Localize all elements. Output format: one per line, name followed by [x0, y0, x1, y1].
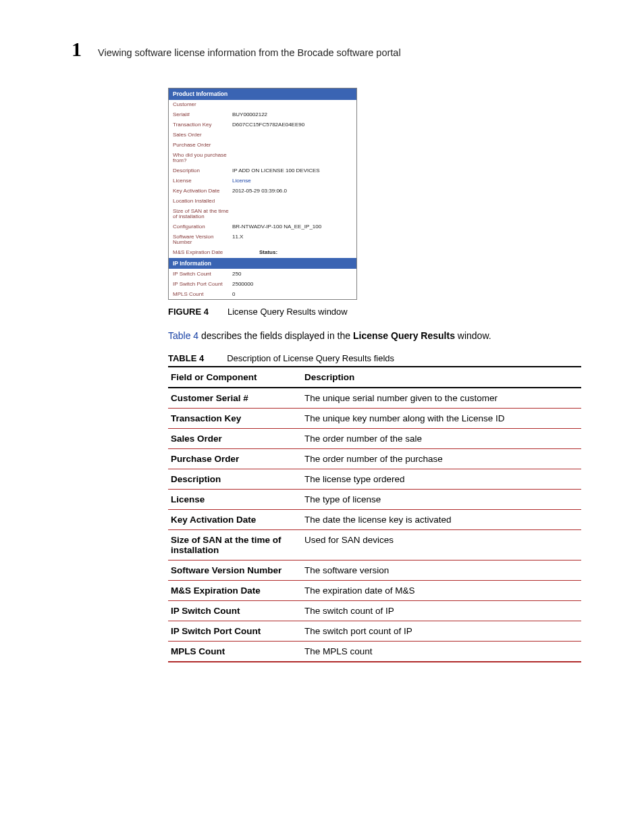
desc-cell: The type of license	[302, 490, 581, 510]
table-row: M&S Expiration DateThe expiration date o…	[168, 581, 581, 601]
pi-label: Serial#	[173, 112, 232, 118]
intro-bold: License Query Results	[353, 330, 455, 341]
page-header: 1 Viewing software license information f…	[72, 39, 583, 59]
desc-cell: The expiration date of M&S	[302, 581, 581, 601]
pi-value: D607CC15FC5782AE04EE90	[232, 122, 352, 128]
status-label: Status:	[259, 250, 277, 255]
pi-label: Configuration	[173, 224, 232, 230]
pi-label: MPLS Count	[173, 292, 232, 297]
desc-cell: The unique key number along with the Lic…	[302, 409, 581, 429]
table-row: IP Switch CountThe switch count of IP	[168, 601, 581, 621]
license-query-window: Product Information Customer Serial#BUY0…	[168, 88, 357, 300]
pi-label: Who did you purchase from?	[173, 153, 232, 163]
pi-label: Transaction Key	[173, 122, 232, 128]
intro-text: describes the fields displayed in the	[198, 330, 353, 341]
table-4: TABLE 4Description of License Query Resu…	[168, 353, 581, 662]
pi-label: IP Switch Count	[173, 271, 232, 277]
intro-paragraph: Table 4 describes the fields displayed i…	[168, 330, 583, 341]
desc-cell: The switch count of IP	[302, 601, 581, 621]
desc-cell: The MPLS count	[302, 642, 581, 662]
pi-value: 250	[232, 271, 352, 277]
desc-cell: The order number of the purchase	[302, 449, 581, 469]
table-row: Software Version NumberThe software vers…	[168, 561, 581, 581]
desc-cell: The license type ordered	[302, 469, 581, 490]
field-cell: License	[168, 490, 302, 510]
pi-value	[232, 132, 352, 138]
table-4-link[interactable]: Table 4	[168, 330, 198, 341]
pi-value: 0	[232, 292, 352, 297]
table-row: MPLS CountThe MPLS count	[168, 642, 581, 662]
pi-label: Key Activation Date	[173, 188, 232, 194]
pi-value	[232, 102, 352, 107]
product-info-header: Product Information	[169, 88, 356, 100]
table-caption-text: Description of License Query Results fie…	[227, 353, 394, 363]
pi-value	[232, 142, 352, 148]
col-field: Field or Component	[168, 367, 302, 388]
pi-label: Purchase Order	[173, 142, 232, 148]
table-row: Transaction KeyThe unique key number alo…	[168, 409, 581, 429]
pi-value: BUY00002122	[232, 112, 352, 118]
desc-cell: The software version	[302, 561, 581, 581]
desc-cell: The switch port count of IP	[302, 621, 581, 642]
field-cell: Transaction Key	[168, 409, 302, 429]
figure-label: FIGURE 4	[168, 307, 209, 317]
chapter-title: Viewing software license information fro…	[98, 47, 401, 58]
table-row: DescriptionThe license type ordered	[168, 469, 581, 490]
field-cell: Key Activation Date	[168, 510, 302, 530]
figure-caption-text: License Query Results window	[227, 307, 348, 317]
pi-value: 2012-05-29 03:39:06.0	[232, 188, 352, 194]
table-row: Sales OrderThe order number of the sale	[168, 429, 581, 449]
pi-label: Location Installed	[173, 199, 232, 204]
pi-value: IP ADD ON LICENSE 100 DEVICES	[232, 168, 352, 174]
field-cell: Description	[168, 469, 302, 490]
figure-caption: FIGURE 4License Query Results window	[168, 307, 357, 317]
desc-cell: Used for SAN devices	[302, 530, 581, 561]
desc-cell: The unique serial number given to the cu…	[302, 388, 581, 409]
table-caption: TABLE 4Description of License Query Resu…	[168, 353, 581, 363]
pi-value: 2500000	[232, 282, 352, 287]
col-description: Description	[302, 367, 581, 388]
field-cell: MPLS Count	[168, 642, 302, 662]
pi-label: M&S Expiration Date	[173, 250, 259, 255]
field-cell: Customer Serial #	[168, 388, 302, 409]
field-cell: M&S Expiration Date	[168, 581, 302, 601]
pi-value	[232, 209, 352, 219]
figure-4: Product Information Customer Serial#BUY0…	[168, 88, 357, 317]
pi-label: Sales Order	[173, 132, 232, 138]
pi-value	[232, 153, 352, 163]
pi-value: BR-NTWADV-IP-100 NA_EE_IP_100	[232, 224, 352, 230]
field-cell: IP Switch Port Count	[168, 621, 302, 642]
license-link[interactable]: License	[232, 178, 352, 184]
pi-label: License	[173, 178, 232, 184]
ip-info-header: IP Information	[169, 258, 356, 269]
description-table: Field or Component Description Customer …	[168, 366, 581, 662]
pi-label: Customer	[173, 102, 232, 107]
pi-label: Size of SAN at the time of installation	[173, 209, 232, 219]
pi-value	[232, 199, 352, 204]
desc-cell: The order number of the sale	[302, 429, 581, 449]
table-label: TABLE 4	[168, 353, 204, 363]
table-row: Size of SAN at the time of installationU…	[168, 530, 581, 561]
field-cell: Sales Order	[168, 429, 302, 449]
table-row: Key Activation DateThe date the license …	[168, 510, 581, 530]
intro-end: window.	[455, 330, 491, 341]
table-row: LicenseThe type of license	[168, 490, 581, 510]
chapter-number: 1	[72, 39, 82, 59]
table-row: IP Switch Port CountThe switch port coun…	[168, 621, 581, 642]
field-cell: Software Version Number	[168, 561, 302, 581]
table-row: Purchase OrderThe order number of the pu…	[168, 449, 581, 469]
field-cell: Size of SAN at the time of installation	[168, 530, 302, 561]
pi-label: IP Switch Port Count	[173, 282, 232, 287]
pi-label: Software Version Number	[173, 234, 232, 245]
field-cell: IP Switch Count	[168, 601, 302, 621]
table-row: Customer Serial #The unique serial numbe…	[168, 388, 581, 409]
desc-cell: The date the license key is activated	[302, 510, 581, 530]
field-cell: Purchase Order	[168, 449, 302, 469]
pi-value: 11.X	[232, 234, 352, 245]
pi-label: Description	[173, 168, 232, 174]
